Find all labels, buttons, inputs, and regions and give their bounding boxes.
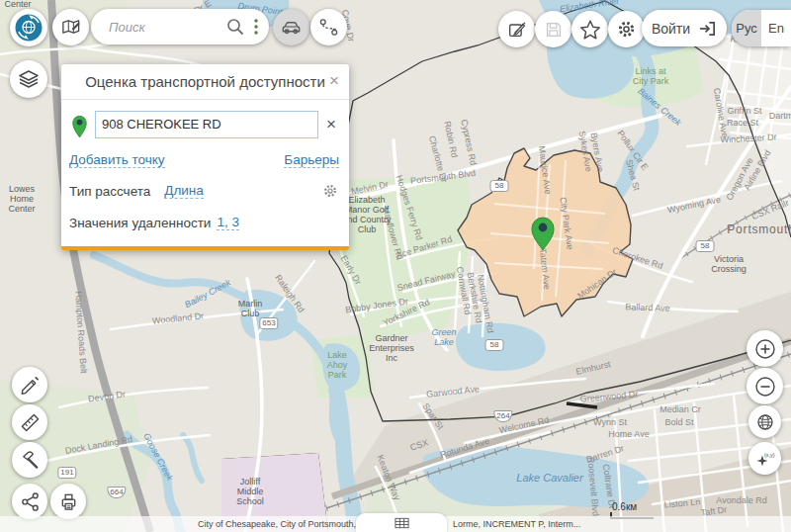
route-icon bbox=[317, 16, 340, 39]
search-input[interactable] bbox=[107, 19, 225, 36]
draw-note-button[interactable] bbox=[498, 11, 535, 47]
zoom-out-button[interactable] bbox=[747, 368, 783, 404]
basemap-globe-button[interactable] bbox=[748, 405, 781, 438]
zoom-out-icon bbox=[753, 375, 777, 399]
car-icon bbox=[280, 16, 303, 39]
transport-accessibility-panel: Оценка транспортной доступности × × Доба… bbox=[61, 64, 349, 250]
panel-close-icon[interactable]: × bbox=[329, 71, 339, 91]
language-switcher: Рус En bbox=[732, 10, 791, 46]
favorites-button[interactable] bbox=[571, 11, 608, 47]
login-button[interactable]: Войти bbox=[642, 10, 727, 46]
login-arrow-icon bbox=[698, 19, 717, 38]
share-icon bbox=[20, 491, 41, 512]
login-label: Войти bbox=[652, 21, 690, 37]
distance-values-link[interactable]: 1, 3 bbox=[217, 215, 239, 230]
draw-tool-button[interactable] bbox=[12, 367, 47, 402]
zoom-in-icon bbox=[753, 337, 777, 361]
app-logo[interactable] bbox=[10, 9, 47, 46]
coordinates-button[interactable]: (x,y) bbox=[748, 442, 781, 475]
search-icon[interactable] bbox=[225, 17, 245, 37]
ruler-icon bbox=[20, 412, 41, 433]
map-pencil-icon bbox=[60, 17, 81, 38]
car-mode-button[interactable] bbox=[273, 9, 309, 45]
search-bar[interactable] bbox=[91, 9, 269, 44]
star-icon bbox=[578, 18, 602, 42]
print-button[interactable] bbox=[50, 484, 86, 519]
more-options-dots-icon[interactable] bbox=[253, 18, 259, 36]
layers-icon bbox=[18, 68, 40, 90]
globe-logo-icon bbox=[10, 9, 47, 46]
add-point-link[interactable]: Добавить точку bbox=[69, 152, 165, 168]
zoom-in-button[interactable] bbox=[747, 330, 783, 367]
calc-type-value-link[interactable]: Длина bbox=[164, 183, 204, 199]
hammer-icon bbox=[20, 450, 41, 471]
tools-button[interactable] bbox=[12, 442, 47, 478]
distance-values-label: Значения удаленности bbox=[69, 216, 211, 230]
panel-settings-gear-icon[interactable] bbox=[321, 182, 339, 200]
route-button[interactable] bbox=[310, 9, 347, 45]
clear-address-icon[interactable]: × bbox=[323, 115, 339, 134]
layers-button[interactable] bbox=[10, 60, 47, 98]
edit-note-icon bbox=[506, 19, 528, 41]
gear-icon bbox=[615, 18, 638, 41]
share-button[interactable] bbox=[12, 484, 47, 519]
lang-ru-button[interactable]: Рус bbox=[732, 10, 761, 46]
calc-type-label: Тип рассчета bbox=[69, 184, 150, 199]
save-floppy-icon bbox=[543, 19, 565, 41]
panel-title: Оценка транспортной доступности bbox=[85, 73, 325, 90]
xy-label: (x,y) bbox=[764, 451, 775, 457]
attribution-table-tab[interactable] bbox=[356, 513, 447, 532]
table-grid-icon bbox=[395, 517, 409, 529]
measure-tool-button[interactable] bbox=[12, 404, 47, 440]
xy-compass-icon: (x,y) bbox=[754, 448, 776, 470]
printer-icon bbox=[58, 491, 79, 512]
map-edit-button[interactable] bbox=[52, 9, 89, 45]
pencil-draw-icon bbox=[20, 375, 41, 396]
wire-globe-icon bbox=[755, 412, 775, 432]
save-button[interactable] bbox=[535, 11, 571, 47]
address-input[interactable] bbox=[95, 111, 318, 138]
address-pin-icon bbox=[69, 110, 90, 138]
barriers-link[interactable]: Барьеры bbox=[284, 152, 339, 168]
lang-en-button[interactable]: En bbox=[761, 10, 791, 46]
settings-button[interactable] bbox=[608, 11, 645, 47]
map-viewport[interactable]: CenterDrum PointDr ECove DrElizabeth Riv… bbox=[0, 0, 791, 532]
